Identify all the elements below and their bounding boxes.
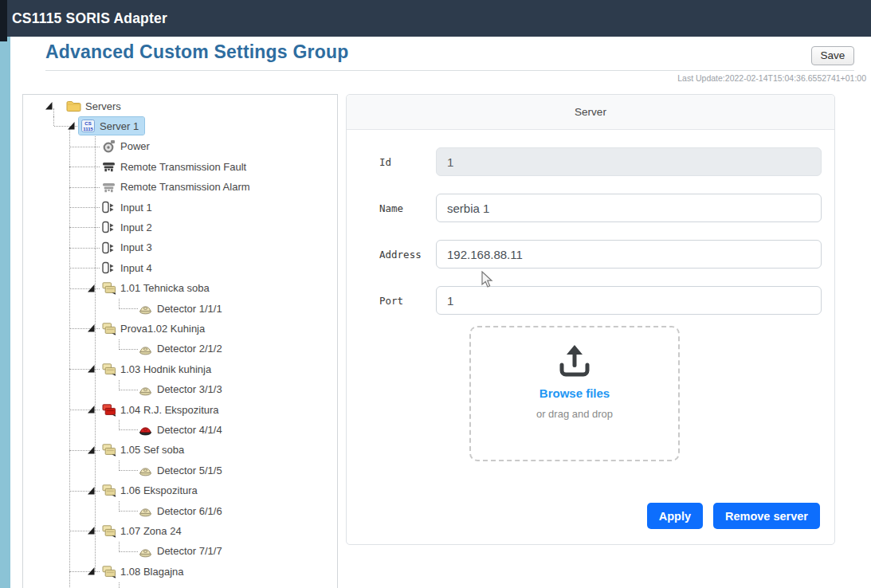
- file-dropzone[interactable]: Browse files or drag and drop: [469, 326, 680, 461]
- tree-item-wrap: Power: [100, 138, 155, 155]
- zone-icon: [101, 281, 116, 295]
- expander-icon[interactable]: [68, 122, 75, 130]
- tree-item-label: Power: [120, 140, 150, 152]
- detector-icon: [138, 383, 153, 396]
- name-field[interactable]: [436, 194, 822, 222]
- tree-connector-line: [69, 531, 100, 531]
- zone-icon: [101, 363, 116, 376]
- left-accent-bar: [0, 37, 10, 588]
- expander-icon[interactable]: [88, 567, 95, 575]
- tree-item-label: 1.07 Zona 24: [120, 525, 182, 537]
- tree-item-wrap: 1.06 Ekspozitura: [100, 482, 203, 500]
- save-button[interactable]: Save: [811, 46, 854, 65]
- tree-item-wrap: Detector 3/1/3: [136, 381, 228, 398]
- tree-item-wrap: Input 4: [100, 259, 158, 276]
- input-icon: [101, 261, 116, 274]
- tree-item-detector-6-1-6[interactable]: Detector 6/1/6: [23, 501, 337, 521]
- tree-item-detector-4-1-4[interactable]: Detector 4/1/4: [23, 420, 337, 440]
- tree-item-server-1[interactable]: CS1115Server 1: [23, 116, 337, 136]
- remove-server-button[interactable]: Remove server: [713, 503, 820, 529]
- tree-item-label: Detector 3/1/3: [157, 383, 222, 395]
- tree-item-input-3[interactable]: Input 3: [23, 238, 337, 258]
- upload-icon: [471, 343, 678, 382]
- tree-item-wrap: CS1115Server 1: [79, 117, 144, 135]
- tree-item-wrap: Servers: [65, 97, 127, 115]
- tree-item-label: Input 2: [120, 221, 152, 233]
- tree-item-1-07-zona-24[interactable]: 1.07 Zona 24: [23, 521, 337, 541]
- expander-icon[interactable]: [88, 365, 95, 373]
- tree-item-detector-3-1-3[interactable]: Detector 3/1/3: [23, 380, 337, 400]
- name-field-row: Name: [347, 194, 834, 222]
- tree-item-prova1-02-kuhinja[interactable]: Prova1.02 Kuhinja: [23, 319, 337, 339]
- expander-icon[interactable]: [88, 284, 95, 292]
- apply-button[interactable]: Apply: [647, 503, 703, 529]
- expander-icon[interactable]: [88, 446, 95, 454]
- tree-connector-line: [69, 328, 100, 329]
- tree-item-wrap: Input 1: [100, 198, 158, 216]
- tree-item-wrap: Detector 8/1/8: [136, 583, 228, 588]
- tree-connector-line: [69, 288, 100, 289]
- transmission-fault-icon: [101, 160, 116, 173]
- tree-connector-line: [69, 167, 100, 167]
- expander-icon[interactable]: [88, 324, 95, 332]
- tree-item-remote-transmission-fault[interactable]: Remote Transmission Fault: [23, 157, 337, 177]
- tree-item-detector-7-1-7[interactable]: Detector 7/1/7: [23, 542, 337, 562]
- tree-item-label: 1.08 Blagajna: [120, 566, 184, 578]
- tree-item-label: Input 4: [120, 262, 152, 274]
- expander-icon[interactable]: [88, 487, 95, 495]
- detector-icon: [138, 586, 153, 588]
- tree-item-1-06-ekspozitura[interactable]: 1.06 Ekspozitura: [23, 481, 337, 501]
- tree-connector-line: [69, 571, 100, 572]
- expander-icon[interactable]: [88, 527, 95, 535]
- tree-item-wrap: Detector 6/1/6: [136, 502, 228, 519]
- tree-item-detector-1-1-1[interactable]: Detector 1/1/1: [23, 299, 337, 319]
- svg-text:1115: 1115: [83, 127, 93, 131]
- tree-item-1-03-hodnik-kuhinja[interactable]: 1.03 Hodnik kuhinja: [23, 359, 337, 379]
- transmission-alarm-icon: [101, 181, 116, 194]
- tree-connector-line: [69, 491, 100, 492]
- tree-item-input-1[interactable]: Input 1: [23, 198, 337, 218]
- tree-item-wrap: Input 2: [100, 218, 158, 236]
- tree-connector-line: [69, 227, 100, 228]
- expander-icon[interactable]: [88, 406, 95, 414]
- zone-alarm-icon: [101, 403, 116, 417]
- tree-item-power[interactable]: Power: [23, 137, 337, 157]
- input-icon: [101, 241, 116, 254]
- tree-item-remote-transmission-alarm[interactable]: Remote Transmission Alarm: [23, 178, 337, 198]
- zone-icon: [101, 565, 116, 578]
- tree-item-1-04-r-j-ekspozitura[interactable]: 1.04 R.J. Ekspozitura: [23, 400, 337, 420]
- tree-item-detector-5-1-5[interactable]: Detector 5/1/5: [23, 461, 337, 480]
- address-field-row: Address: [347, 240, 834, 269]
- address-field[interactable]: [436, 240, 822, 269]
- tree-connector-line: [69, 450, 100, 451]
- tree-item-input-2[interactable]: Input 2: [23, 218, 337, 237]
- tree-item-label: Detector 5/1/5: [157, 465, 222, 476]
- tree-item-servers[interactable]: Servers: [23, 96, 337, 116]
- tree-item-1-08-blagajna[interactable]: 1.08 Blagajna: [23, 562, 337, 582]
- tree-connector-line: [69, 410, 100, 410]
- tree-connector-line: [54, 126, 79, 127]
- tree-item-detector-8-1-8[interactable]: Detector 8/1/8: [23, 582, 337, 588]
- window-edge: [0, 0, 7, 41]
- detector-icon: [138, 302, 153, 315]
- browse-files-link[interactable]: Browse files: [471, 386, 678, 400]
- svg-text:CS: CS: [84, 121, 91, 126]
- tree-item-wrap: Input 3: [100, 239, 158, 257]
- expander-icon[interactable]: [45, 102, 53, 110]
- tree-connector-line: [120, 551, 138, 552]
- tree-item-1-05-sef-soba[interactable]: 1.05 Sef soba: [23, 441, 337, 461]
- tree-item-detector-2-1-2[interactable]: Detector 2/1/2: [23, 339, 337, 359]
- tree-item-label: 1.06 Ekspozitura: [120, 484, 198, 496]
- form-actions: Apply Remove server: [647, 503, 820, 529]
- port-field-row: Port: [347, 286, 834, 315]
- tree-guide-line: [53, 116, 54, 126]
- tree-item-label: Prova1.02 Kuhinja: [120, 323, 205, 335]
- id-label: Id: [379, 156, 436, 168]
- form-title: Server: [347, 95, 834, 130]
- tree-item-label: Remote Transmission Alarm: [120, 181, 250, 193]
- tree-item-1-01-tehnicka-soba[interactable]: 1.01 Tehnicka soba: [23, 279, 337, 299]
- port-label: Port: [379, 295, 436, 307]
- tree-item-label: 1.04 R.J. Ekspozitura: [120, 404, 219, 416]
- tree-item-input-4[interactable]: Input 4: [23, 258, 337, 278]
- name-label: Name: [379, 202, 436, 214]
